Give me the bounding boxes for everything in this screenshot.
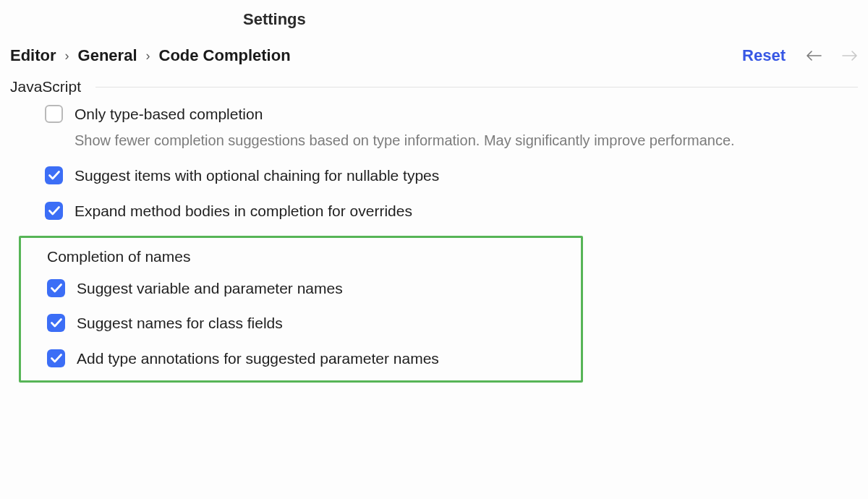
checkbox-type-annotations[interactable] — [47, 349, 65, 367]
check-icon — [51, 318, 62, 328]
chevron-right-icon: › — [146, 48, 150, 64]
option-label: Suggest variable and parameter names — [77, 278, 343, 299]
divider — [95, 87, 858, 88]
arrow-left-icon — [806, 51, 822, 61]
breadcrumb: Editor › General › Code Completion — [10, 46, 291, 65]
chevron-right-icon: › — [65, 48, 69, 64]
check-icon — [48, 206, 60, 216]
option-label: Add type annotations for suggested param… — [77, 349, 439, 369]
breadcrumb-code-completion[interactable]: Code Completion — [159, 46, 291, 65]
option-add-type-annotations: Add type annotations for suggested param… — [47, 349, 555, 369]
group-title: Completion of names — [47, 248, 555, 265]
breadcrumb-editor[interactable]: Editor — [10, 46, 56, 65]
option-label: Only type-based completion — [75, 104, 735, 124]
option-expand-method-bodies: Expand method bodies in completion for o… — [45, 201, 854, 221]
header-actions: Reset — [742, 46, 858, 65]
section-label: JavaScript — [10, 78, 81, 95]
checkbox-var-param-names[interactable] — [47, 279, 65, 297]
forward-button[interactable] — [842, 49, 858, 62]
back-button[interactable] — [806, 49, 822, 62]
option-optional-chaining: Suggest items with optional chaining for… — [45, 166, 854, 186]
checkbox-class-fields[interactable] — [47, 314, 65, 332]
page-title: Settings — [0, 0, 868, 46]
option-suggest-variable-parameter-names: Suggest variable and parameter names — [47, 278, 555, 299]
check-icon — [51, 354, 62, 363]
completion-of-names-group: Completion of names Suggest variable and… — [19, 236, 583, 383]
checkbox-type-based[interactable] — [45, 105, 63, 123]
option-suggest-class-field-names: Suggest names for class fields — [47, 313, 555, 333]
check-icon — [51, 283, 62, 293]
option-label: Suggest items with optional chaining for… — [75, 166, 439, 186]
checkbox-optional-chaining[interactable] — [45, 166, 63, 184]
option-label: Suggest names for class fields — [77, 313, 283, 333]
option-label: Expand method bodies in completion for o… — [75, 201, 412, 221]
reset-button[interactable]: Reset — [742, 46, 786, 65]
arrow-right-icon — [842, 51, 858, 61]
option-description: Show fewer completion suggestions based … — [75, 130, 735, 151]
breadcrumb-general[interactable]: General — [78, 46, 137, 65]
check-icon — [48, 171, 60, 180]
checkbox-expand-bodies[interactable] — [45, 202, 63, 220]
section-header: JavaScript — [0, 78, 868, 104]
option-type-based-completion: Only type-based completion Show fewer co… — [45, 104, 854, 151]
options-list: Only type-based completion Show fewer co… — [0, 104, 868, 221]
header-row: Editor › General › Code Completion Reset — [0, 46, 868, 78]
